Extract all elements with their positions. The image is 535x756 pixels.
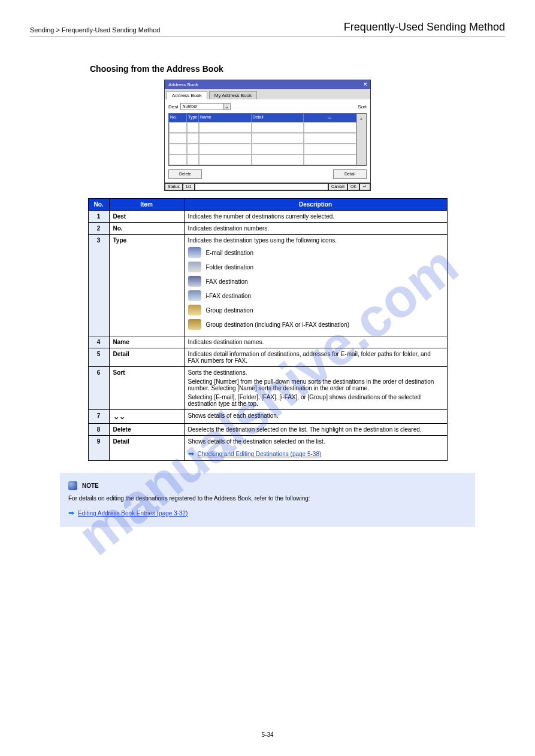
chevron-down-icon: ⌄⌄ [113,412,125,421]
col-name: Name [199,114,252,122]
dest-label: Dest [168,104,178,110]
group-dest-icon [188,305,201,315]
note-box: NOTE For details on editing the destinat… [60,473,475,527]
email-dest-icon [188,247,201,258]
chevron-down-icon: ⌄ [223,104,229,110]
sort-label: Sort [358,104,367,110]
folder-dest-icon [188,262,201,272]
tab-my-address-book[interactable]: My Address Book [209,91,257,99]
section-title: Choosing from the Address Book [30,64,505,74]
ok-button[interactable]: OK [347,183,359,190]
table-row: 2 No. Indicates destination numbers. [88,223,447,235]
close-icon[interactable]: ✕ [363,81,368,87]
dialog-titlebar: Address Book ✕ [165,80,370,89]
col-no: No. [169,114,187,122]
detail-button[interactable]: Detail [333,169,367,179]
sort-value: Number [181,104,197,108]
col-detail: Detail [252,114,304,122]
address-book-dialog: Address Book ✕ Address Book My Address B… [164,80,371,191]
enter-icon[interactable]: ↵ [359,183,370,190]
page-number: 5-34 [0,731,535,738]
status-cell-status: Status [165,183,183,190]
table-row: 8 Delete Deselects the destination selec… [88,424,447,436]
table-row: 1 Dest Indicates the number of destinati… [88,211,447,223]
ifax-dest-icon [188,290,201,301]
table-row: 6 Sort Sorts the destinations. Selecting… [88,367,447,410]
table-row: 9 Detail Shows details of the destinatio… [88,436,447,461]
tab-address-book[interactable]: Address Book [167,91,207,99]
note-title: NOTE [82,481,99,490]
group-fax-dest-icon [188,319,201,330]
fax-dest-icon [188,276,201,287]
note-icon [68,481,77,490]
desc-intro: Indicates the destination types using th… [188,237,443,244]
status-cell-page: 1/1 [183,183,195,190]
scroll-up-icon[interactable]: ▴ [356,114,366,122]
breadcrumb: Sending > Frequently-Used Sending Method [30,26,160,34]
status-cell-spacer [195,183,328,190]
delete-button[interactable]: Delete [168,169,202,179]
th-item: Item [109,199,184,211]
cancel-button[interactable]: Cancel [328,183,347,190]
th-desc: Description [184,199,447,211]
table-row: 3 Type Indicates the destination types u… [88,235,447,336]
page-header: Sending > Frequently-Used Sending Method… [30,21,505,37]
table-row: 5 Detail Indicates detail information of… [88,348,447,367]
dialog-title: Address Book [168,82,198,87]
sort-select[interactable]: Number ⌄ [180,103,231,110]
th-no: No. [88,199,109,211]
note-body: For details on editing the destinations … [68,494,467,503]
col-expand-icon[interactable]: ▭ [304,114,356,122]
destination-table: No. Type Name Detail ▭ ▴ [168,113,367,166]
link-checking-editing[interactable]: Checking and Editing Destinations (page … [198,451,322,457]
page-title: Frequently-Used Sending Method [344,21,505,34]
scrollbar[interactable] [356,122,366,165]
description-table: No. Item Description 1 Dest Indicates th… [88,198,448,461]
col-type: Type [187,114,199,122]
dialog-tabs: Address Book My Address Book [165,89,370,99]
table-row: 4 Name Indicates destination names. [88,336,447,348]
table-row: 7 ⌄⌄ Shows details of each destination. [88,410,447,424]
link-editing-address-book[interactable]: Editing Address Book Entries (page 3-32) [78,510,188,517]
dialog-statusbar: Status 1/1 Cancel OK ↵ [165,183,370,190]
